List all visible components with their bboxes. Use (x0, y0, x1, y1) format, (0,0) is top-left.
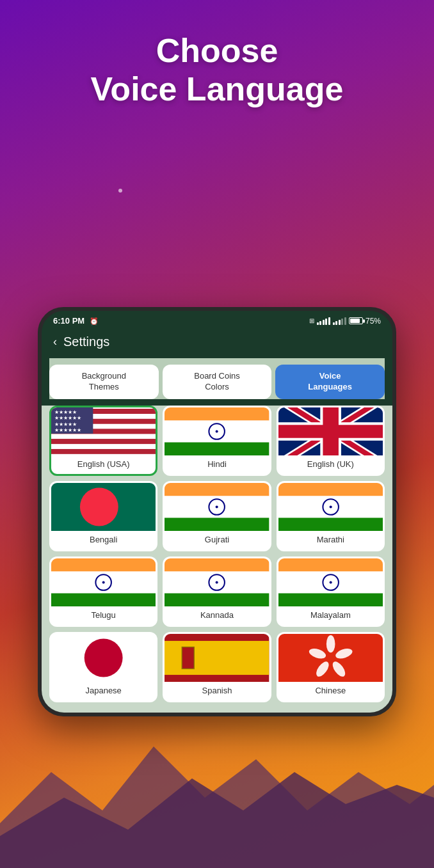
svg-rect-9 (51, 434, 156, 439)
lang-item-malayalam[interactable]: Malayalam (277, 556, 385, 627)
svg-rect-39 (165, 517, 269, 530)
decorative-dot (118, 189, 122, 193)
lang-item-english-usa[interactable]: ★★★★★★ ★★★★★ ★★★★★★ ★★★★★ ★★★★★★ English… (49, 406, 157, 476)
svg-marker-0 (0, 746, 434, 868)
svg-rect-10 (51, 439, 156, 444)
phone-screen: 6:10 PM ⏰ ⊞ (42, 311, 392, 713)
lang-label-gujrati: Gujrati (202, 531, 232, 549)
status-bar: 6:10 PM ⏰ ⊞ (42, 311, 392, 328)
settings-title: Settings (63, 335, 109, 349)
lang-label-chinese: Chinese (312, 682, 348, 700)
svg-text:★★★★★: ★★★★★ (54, 421, 77, 427)
phone-mockup: 6:10 PM ⏰ ⊞ (38, 307, 396, 716)
lang-label-hindi: Hindi (205, 455, 229, 474)
svg-point-51 (102, 581, 105, 583)
flag-marathi (278, 483, 383, 531)
svg-point-63 (84, 638, 123, 677)
lang-item-spanish[interactable]: Spanish (163, 632, 271, 702)
svg-text:★★★★★★: ★★★★★★ (54, 415, 81, 421)
lang-label-malayalam: Malayalam (308, 606, 353, 625)
lang-label-japanese: Japanese (83, 682, 124, 700)
flag-hk (278, 634, 383, 682)
flag-malayalam (278, 558, 383, 606)
svg-point-41 (216, 505, 218, 508)
title-area: Choose Voice Language (0, 0, 434, 122)
phone-frame: 6:10 PM ⏰ ⊞ (38, 307, 396, 716)
flag-uk (278, 407, 383, 455)
svg-rect-21 (165, 407, 269, 420)
svg-rect-57 (278, 558, 383, 571)
page-title: Choose Voice Language (26, 32, 408, 109)
back-button[interactable]: ‹ (53, 335, 57, 349)
settings-header: ‹ Settings (42, 328, 392, 358)
lang-item-bengali[interactable]: Bengali (49, 481, 157, 551)
svg-marker-1 (0, 772, 434, 868)
svg-rect-49 (51, 593, 156, 606)
svg-rect-67 (182, 647, 195, 657)
svg-point-46 (329, 505, 332, 508)
svg-rect-44 (278, 517, 383, 530)
lang-label-kannada: Kannada (198, 606, 236, 625)
signal-bars-2 (333, 317, 346, 325)
svg-rect-47 (51, 558, 156, 571)
battery-percent: 75% (366, 317, 381, 326)
flag-telugu (51, 558, 156, 606)
flag-es (165, 634, 269, 682)
flag-kannada (165, 558, 269, 606)
svg-text:★★★★★: ★★★★★ (54, 409, 77, 414)
tab-voice[interactable]: VoiceLanguages (275, 365, 385, 399)
lang-label-spanish: Spanish (200, 682, 235, 700)
lang-item-marathi[interactable]: Marathi (277, 481, 385, 551)
language-grid: ★★★★★★ ★★★★★ ★★★★★★ ★★★★★ ★★★★★★ English… (42, 406, 392, 713)
svg-rect-52 (165, 558, 269, 571)
lang-label-marathi: Marathi (314, 531, 347, 549)
svg-rect-54 (165, 593, 269, 606)
svg-rect-42 (278, 483, 383, 496)
lang-item-telugu[interactable]: Telugu (49, 556, 157, 627)
signal-bars-1 (317, 317, 330, 325)
battery-icon (349, 317, 363, 324)
lang-item-japanese[interactable]: Japanese (49, 632, 157, 702)
svg-point-25 (216, 430, 218, 432)
status-right: ⊞ (309, 317, 381, 326)
sim-icon: ⊞ (309, 317, 314, 324)
svg-rect-37 (165, 483, 269, 496)
lang-label-english-uk: English (UK) (305, 455, 357, 474)
flag-gujrati (165, 483, 269, 531)
tab-background[interactable]: BackgroundThemes (49, 365, 159, 399)
svg-rect-12 (51, 449, 156, 454)
svg-point-36 (80, 487, 118, 526)
lang-item-chinese[interactable]: Chinese (277, 632, 385, 702)
flag-usa: ★★★★★★ ★★★★★ ★★★★★★ ★★★★★ ★★★★★★ (51, 407, 156, 455)
svg-rect-34 (278, 425, 383, 438)
lang-label-english-usa: English (USA) (75, 455, 133, 474)
tab-bar: BackgroundThemes Board CoinsColors Voice… (49, 358, 385, 399)
lang-item-gujrati[interactable]: Gujrati (163, 481, 271, 551)
svg-point-70 (326, 635, 335, 652)
svg-point-56 (216, 581, 218, 583)
lang-item-hindi[interactable]: Hindi (163, 406, 271, 476)
flag-jp (51, 634, 156, 682)
svg-rect-59 (278, 593, 383, 606)
flag-hindi (165, 407, 269, 455)
flag-bd (51, 483, 156, 531)
svg-rect-23 (165, 442, 269, 455)
tab-board[interactable]: Board CoinsColors (163, 365, 272, 399)
lang-label-bengali: Bengali (87, 531, 120, 549)
svg-point-75 (326, 653, 335, 662)
alarm-icon: ⏰ (90, 317, 99, 325)
svg-point-61 (329, 581, 332, 583)
lang-item-english-uk[interactable]: English (UK) (277, 406, 385, 476)
svg-text:★★★★★★: ★★★★★★ (54, 427, 81, 433)
svg-rect-11 (51, 444, 156, 449)
svg-rect-65 (165, 641, 269, 675)
lang-label-telugu: Telugu (89, 606, 118, 625)
status-time: 6:10 PM ⏰ (53, 316, 99, 326)
lang-item-kannada[interactable]: Kannada (163, 556, 271, 627)
